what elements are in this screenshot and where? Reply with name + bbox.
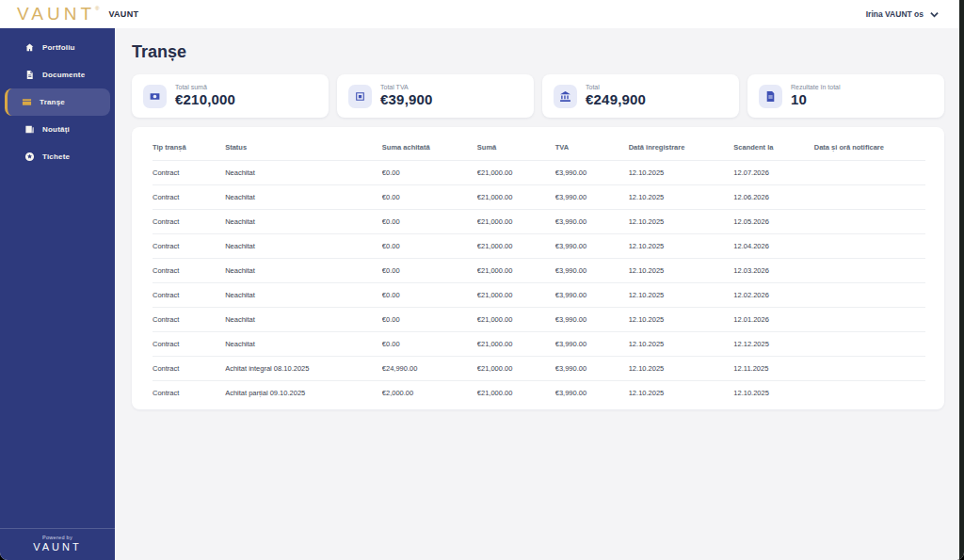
table-row[interactable]: Contract Neachitat €0.00 €21,000.00 €3,9…	[153, 161, 925, 185]
credit-card-icon	[22, 97, 32, 107]
cell-data-inregistrare: 12.10.2025	[629, 381, 734, 406]
cell-suma: €21,000.00	[477, 210, 555, 234]
table-row[interactable]: Contract Achitat parțial 09.10.2025 €2,0…	[153, 381, 925, 406]
transactions-table-card: Tip tranșăStatusSuma achitatăSumăTVADată…	[132, 127, 944, 409]
vaunt-logo-text: VAUNT	[17, 4, 95, 24]
sidebar-item[interactable]: Tranșe	[5, 88, 110, 116]
cell-status: Neachitat	[225, 210, 382, 234]
cell-data-inregistrare: 12.10.2025	[629, 161, 734, 185]
sidebar-item-label: Portfoliu	[42, 43, 75, 52]
sidebar-item[interactable]: Portfoliu	[5, 34, 110, 61]
brand-name: VAUNT	[108, 9, 138, 19]
cell-tip-transa: Contract	[153, 210, 225, 234]
cell-tip-transa: Contract	[153, 234, 225, 259]
table-row[interactable]: Contract Neachitat €0.00 €21,000.00 €3,9…	[153, 332, 925, 357]
top-bar: VAUNT® VAUNT Irina VAUNT os	[0, 0, 959, 28]
table-header-cell: Tip tranșă	[153, 135, 225, 161]
cell-suma-achitata: €0.00	[382, 161, 477, 185]
cell-tip-transa: Contract	[153, 185, 225, 210]
user-menu[interactable]: Irina VAUNT os	[866, 9, 939, 19]
table-header-cell: Scandent la	[733, 135, 813, 161]
cell-suma-achitata: €0.00	[382, 332, 477, 357]
cell-tva: €3,990.00	[555, 308, 629, 332]
cell-data-inregistrare: 12.10.2025	[629, 259, 734, 283]
sidebar-footer: Powered by VAUNT	[0, 528, 115, 560]
cell-suma-achitata: €0.00	[382, 308, 477, 332]
table-header-cell: Data și oră notificare	[814, 135, 925, 161]
cell-data-inregistrare: 12.10.2025	[629, 357, 734, 381]
cell-notificare	[814, 234, 925, 259]
table-row[interactable]: Contract Neachitat €0.00 €21,000.00 €3,9…	[153, 308, 925, 332]
cell-suma: €21,000.00	[477, 234, 555, 259]
table-header-cell: TVA	[555, 135, 629, 161]
cell-tva: €3,990.00	[555, 332, 629, 357]
cell-scadent-la: 12.04.2026	[733, 234, 813, 259]
cell-tip-transa: Contract	[153, 332, 225, 357]
cell-tip-transa: Contract	[153, 283, 225, 308]
cell-notificare	[814, 161, 925, 185]
cell-suma-achitata: €0.00	[382, 234, 477, 259]
card-value: €39,900	[380, 92, 433, 108]
card-label: Rezultate în total	[791, 84, 841, 91]
cell-status: Neachitat	[225, 283, 382, 308]
cell-tva: €3,990.00	[555, 210, 629, 234]
summary-card: Total €249,900	[542, 74, 739, 118]
summary-cards: Total sumă €210,000 Total TVA €39,900	[132, 74, 944, 118]
cell-notificare	[814, 283, 925, 308]
table-row[interactable]: Contract Neachitat €0.00 €21,000.00 €3,9…	[153, 185, 925, 210]
cell-tva: €3,990.00	[555, 381, 629, 406]
table-row[interactable]: Contract Neachitat €0.00 €21,000.00 €3,9…	[153, 234, 925, 259]
cell-status: Neachitat	[225, 259, 382, 283]
cell-data-inregistrare: 12.10.2025	[629, 234, 734, 259]
cell-notificare	[814, 259, 925, 283]
sidebar-item[interactable]: Tichete	[5, 143, 110, 170]
table-header-cell: Sumă	[477, 135, 555, 161]
footer-vaunt-logo: VAUNT	[0, 541, 115, 552]
payments-icon	[143, 85, 167, 108]
chevron-down-icon	[930, 10, 939, 19]
sidebar-item[interactable]: Documente	[5, 61, 110, 88]
cell-tip-transa: Contract	[153, 259, 225, 283]
ticket-icon	[24, 152, 35, 162]
table-header-cell: Status	[225, 135, 382, 161]
sidebar: Portfoliu Documente Tranșe Noutăți	[0, 28, 115, 560]
cell-tva: €3,990.00	[555, 357, 629, 381]
cell-data-inregistrare: 12.10.2025	[629, 308, 734, 332]
cell-suma-achitata: €0.00	[382, 185, 477, 210]
sidebar-item[interactable]: Noutăți	[5, 116, 110, 143]
cell-suma: €21,000.00	[477, 381, 555, 406]
cell-tva: €3,990.00	[555, 283, 629, 308]
cell-tva: €3,990.00	[555, 234, 629, 259]
cell-suma: €21,000.00	[477, 259, 555, 283]
table-row[interactable]: Contract Neachitat €0.00 €21,000.00 €3,9…	[153, 259, 925, 283]
sidebar-item-label: Tichete	[42, 152, 70, 161]
news-icon	[24, 124, 35, 135]
card-label: Total sumă	[175, 84, 235, 91]
cell-suma: €21,000.00	[477, 185, 555, 210]
cell-status: Neachitat	[225, 161, 382, 185]
cell-status: Neachitat	[225, 332, 382, 357]
cell-notificare	[814, 381, 925, 406]
card-value: 10	[791, 92, 841, 108]
cell-tip-transa: Contract	[153, 308, 225, 332]
table-row[interactable]: Contract Achitat integral 08.10.2025 €24…	[153, 357, 925, 381]
cell-tip-transa: Contract	[153, 381, 225, 406]
cell-suma-achitata: €2,000.00	[382, 381, 477, 406]
vaunt-logo[interactable]: VAUNT®	[17, 4, 99, 24]
cell-status: Neachitat	[225, 234, 382, 259]
cell-status: Neachitat	[225, 308, 382, 332]
ballot-icon	[348, 85, 372, 108]
cell-scadent-la: 12.03.2026	[733, 259, 813, 283]
registered-mark: ®	[95, 6, 99, 11]
cell-suma: €21,000.00	[477, 332, 555, 357]
transactions-table: Tip tranșăStatusSuma achitatăSumăTVADată…	[153, 135, 925, 405]
table-row[interactable]: Contract Neachitat €0.00 €21,000.00 €3,9…	[153, 210, 925, 234]
cell-suma: €21,000.00	[477, 308, 555, 332]
table-row[interactable]: Contract Neachitat €0.00 €21,000.00 €3,9…	[153, 283, 925, 308]
cell-scadent-la: 12.12.2025	[733, 332, 813, 357]
cell-tip-transa: Contract	[153, 161, 225, 185]
summary-card: Total TVA €39,900	[337, 74, 534, 118]
cell-tva: €3,990.00	[555, 161, 629, 185]
card-label: Total TVA	[380, 84, 433, 91]
sidebar-item-label: Tranșe	[40, 98, 65, 106]
